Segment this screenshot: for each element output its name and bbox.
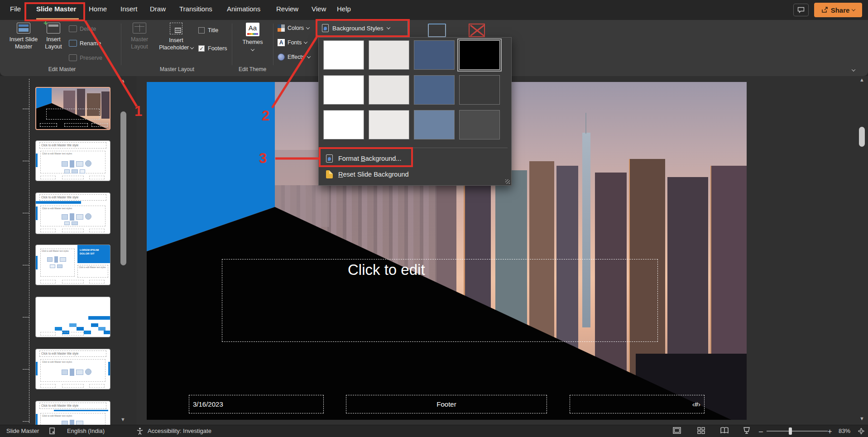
tab-insert[interactable]: Insert: [120, 5, 138, 13]
hierarchy-connector: [23, 421, 29, 422]
statusbar-accessibility[interactable]: Accessibility: Investigate: [148, 427, 211, 434]
footers-checkbox-row[interactable]: ✓ Footers: [198, 45, 227, 52]
title-checkbox[interactable]: [198, 27, 205, 34]
spellcheck-icon[interactable]: [49, 427, 57, 435]
close-master-view-icon[interactable]: [469, 24, 485, 37]
main-scroll-down-icon[interactable]: ▼: [859, 416, 864, 421]
zoom-slider-thumb[interactable]: [789, 427, 792, 435]
fonts-button[interactable]: A Fonts: [278, 39, 307, 46]
slide-sorter-icon[interactable]: [697, 427, 705, 434]
tab-file[interactable]: File: [10, 5, 21, 13]
background-style-swatch-11[interactable]: [414, 110, 455, 139]
powerpoint-window: File Slide Master Home Insert Draw Trans…: [0, 0, 868, 437]
tab-home[interactable]: Home: [89, 5, 107, 13]
insert-placeholder-label: Insert Placeholder: [157, 37, 196, 51]
effects-icon: [278, 53, 285, 61]
background-style-swatch-12[interactable]: [459, 110, 500, 139]
tab-draw[interactable]: Draw: [150, 5, 166, 13]
background-style-swatch-3[interactable]: [414, 40, 455, 70]
zoom-out-button[interactable]: –: [759, 427, 763, 436]
ribbon-separator: [232, 24, 232, 65]
footers-checkbox[interactable]: ✓: [198, 45, 205, 52]
format-background-menu-item[interactable]: Format Background...: [321, 151, 508, 166]
background-style-swatch-4-selected[interactable]: [459, 40, 500, 70]
master-layout-label: Master Layout: [125, 36, 154, 50]
page-number-text: ‹#›: [692, 400, 700, 408]
background-style-swatch-2[interactable]: [369, 40, 409, 70]
title-placeholder[interactable]: [222, 259, 658, 342]
tab-transitions[interactable]: Transitions: [179, 5, 212, 13]
background-styles-button[interactable]: Background Styles: [317, 20, 408, 36]
group-label-edit-master: Edit Master: [9, 66, 115, 72]
background-style-swatch-1[interactable]: [323, 40, 364, 70]
title-placeholder-text: Click to edit: [348, 261, 425, 279]
background-style-swatch-6[interactable]: [369, 75, 409, 105]
tab-help[interactable]: Help: [337, 5, 351, 13]
rename-button[interactable]: Rename: [69, 40, 101, 47]
hierarchy-connector: [23, 213, 29, 213]
statusbar-view-label[interactable]: Slide Master: [6, 427, 39, 434]
zoom-in-button[interactable]: +: [828, 427, 832, 436]
thumbnail-scroll-up-icon[interactable]: ▲: [120, 78, 125, 83]
thumbnail-layout-6[interactable]: Click to edit Master title style Click t…: [35, 349, 110, 389]
background-style-swatch-8[interactable]: [459, 75, 500, 105]
background-style-swatch-5[interactable]: [323, 75, 364, 105]
background-style-swatch-9[interactable]: [323, 110, 364, 139]
dropdown-resize-grip[interactable]: [505, 179, 510, 184]
background-style-swatch-7[interactable]: [414, 75, 455, 105]
effects-chevron-icon: [307, 54, 311, 58]
fit-to-window-icon[interactable]: [857, 427, 865, 435]
zoom-percent[interactable]: 83%: [839, 427, 850, 434]
thumbnail-layout-4[interactable]: LOREM IPSUM DOLOR SIT Click to edit Mast…: [35, 245, 110, 285]
dropdown-separator: [322, 148, 508, 148]
comments-button[interactable]: [793, 4, 809, 16]
insert-placeholder-button[interactable]: Insert Placeholder: [157, 23, 196, 51]
tab-review[interactable]: Review: [276, 5, 298, 13]
title-checkbox-row[interactable]: Title: [198, 27, 218, 34]
colors-button[interactable]: Colors: [278, 24, 309, 32]
collapse-ribbon-chevron[interactable]: [852, 65, 855, 73]
preserve-button: Preserve: [69, 54, 102, 61]
main-scroll-up-icon[interactable]: ▲: [859, 77, 864, 82]
page-number-placeholder[interactable]: ‹#›: [570, 395, 705, 413]
slideshow-view-icon[interactable]: [743, 427, 751, 434]
thumbnail-layout-5[interactable]: [35, 297, 110, 337]
preserve-icon: [69, 54, 77, 61]
thumbnail-slide-master[interactable]: [35, 87, 110, 130]
reset-slide-background-menu-item[interactable]: Reset Slide Background: [321, 167, 508, 182]
effects-button[interactable]: Effects: [278, 53, 310, 61]
footer-placeholder[interactable]: Footer: [346, 395, 547, 413]
insert-layout-icon: +: [47, 23, 60, 34]
main-scrollbar[interactable]: [859, 127, 865, 147]
preserve-label: Preserve: [80, 55, 102, 61]
normal-view-icon[interactable]: [673, 427, 681, 434]
group-label-edit-theme: Edit Theme: [232, 66, 273, 72]
date-placeholder[interactable]: 3/16/2023: [189, 395, 324, 413]
thumbnail-scrollbar[interactable]: [120, 111, 126, 265]
colors-icon: [278, 24, 285, 32]
insert-slide-master-icon: [17, 23, 30, 34]
rename-icon: [69, 40, 77, 47]
date-text: 3/16/2023: [193, 400, 223, 408]
tab-animations[interactable]: Animations: [227, 5, 260, 13]
statusbar-language[interactable]: English (India): [67, 427, 105, 434]
thumbnail-layout-2[interactable]: Click to edit Master title style Click t…: [35, 140, 110, 181]
insert-layout-button[interactable]: + Insert Layout: [42, 23, 65, 50]
tab-slide-master[interactable]: Slide Master: [36, 5, 76, 13]
colors-chevron-icon: [306, 25, 310, 29]
slide-size-icon[interactable]: [428, 24, 446, 37]
insert-slide-master-button[interactable]: Insert Slide Master: [8, 23, 39, 50]
themes-button[interactable]: Aa Themes: [236, 23, 269, 53]
reading-view-icon[interactable]: [720, 427, 729, 434]
thumbnail-layout-3[interactable]: Click to edit Master title style Click t…: [35, 192, 110, 234]
tab-view[interactable]: View: [312, 5, 326, 13]
background-style-swatch-10[interactable]: [369, 110, 409, 139]
share-button[interactable]: Share: [814, 3, 862, 17]
thumbnail-layout-7[interactable]: Click to edit Master title style Click t…: [35, 401, 110, 425]
title-checkbox-label: Title: [208, 27, 218, 34]
hierarchy-connector: [23, 265, 29, 265]
thumbnail-scroll-down-icon[interactable]: ▼: [120, 417, 125, 422]
hierarchy-connector: [23, 109, 29, 109]
zoom-slider-track[interactable]: [767, 431, 828, 432]
colors-label: Colors: [288, 25, 304, 31]
